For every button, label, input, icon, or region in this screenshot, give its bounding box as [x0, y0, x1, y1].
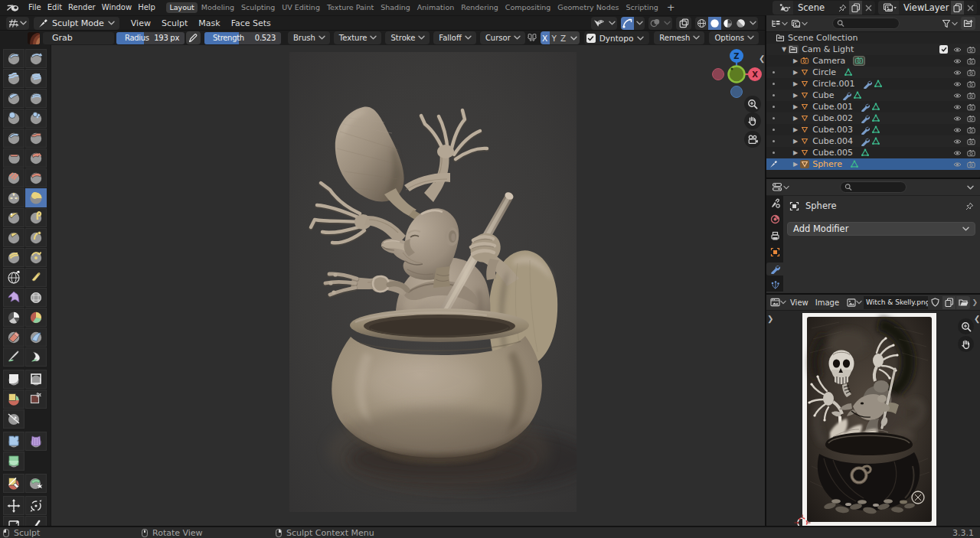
sidebar-collapse-arrow[interactable]: ❮: [759, 54, 765, 63]
camera-render-icon[interactable]: [967, 46, 975, 54]
camera-render-icon[interactable]: [967, 92, 975, 99]
outliner-row-cube-001[interactable]: ▶ Cube.001: [766, 101, 980, 112]
tool-transform[interactable]: [3, 516, 24, 526]
close-scene-icon[interactable]: [862, 1, 875, 15]
tool-color-filter[interactable]: [3, 452, 24, 471]
image-menu-image[interactable]: Image: [812, 298, 842, 307]
properties-tab-modifiers[interactable]: [766, 262, 783, 276]
expand-arrow-icon[interactable]: ▶: [793, 138, 798, 145]
tab-shading[interactable]: Shading: [377, 2, 413, 13]
zoom-icon[interactable]: [958, 318, 974, 334]
camera-view-icon[interactable]: [744, 131, 761, 148]
tool-multi-plane-scrape[interactable]: [3, 168, 24, 187]
strength-slider[interactable]: Strength 0.523: [204, 32, 281, 44]
tool-paint[interactable]: [3, 347, 24, 367]
tool-mask[interactable]: [3, 308, 24, 327]
camera-render-icon[interactable]: [967, 115, 975, 122]
tab-uv-editing[interactable]: UV Editing: [279, 2, 323, 13]
tool-box-face-set[interactable]: [3, 390, 24, 409]
tool-thumb[interactable]: [3, 228, 24, 247]
outliner-search-input[interactable]: [832, 18, 900, 29]
expand-arrow-icon[interactable]: ▶: [793, 69, 798, 76]
tab-geometry-nodes[interactable]: Geometry Nodes: [554, 2, 622, 13]
properties-tab-tool[interactable]: [766, 197, 783, 210]
image-editor-type-button[interactable]: [770, 298, 786, 307]
collapse-arrow-icon[interactable]: ▼: [782, 46, 786, 53]
hand-icon[interactable]: [958, 336, 974, 352]
fake-user-shield-icon[interactable]: [929, 296, 942, 309]
expand-arrow-icon[interactable]: ▶: [793, 92, 798, 99]
camera-render-icon[interactable]: [967, 138, 975, 145]
tool-simplify[interactable]: [25, 288, 47, 307]
menu-edit[interactable]: Edit: [44, 0, 65, 15]
tool-grab[interactable]: [25, 188, 47, 207]
menu-face-sets[interactable]: Face Sets: [226, 18, 276, 28]
show-gizmo-button[interactable]: [621, 17, 645, 30]
tool-boundary[interactable]: [25, 268, 47, 287]
mode-dot[interactable]: [773, 94, 775, 96]
mode-dot[interactable]: [773, 71, 775, 73]
outliner-row-cube-002[interactable]: ▶ Cube.002: [766, 112, 980, 124]
tool-layer[interactable]: [25, 89, 47, 108]
outliner-row-cube-005[interactable]: ▶ Cube.005: [766, 147, 980, 158]
outliner-filter-button[interactable]: [942, 19, 958, 28]
tool-cloth-filter[interactable]: [25, 432, 47, 451]
eye-open-icon[interactable]: [953, 149, 962, 157]
symmetry-y-toggle[interactable]: Y: [550, 31, 559, 44]
chevron-down-icon[interactable]: [637, 35, 644, 41]
chevron-down-icon[interactable]: [568, 31, 580, 44]
image-canvas[interactable]: ❯ ❮: [766, 311, 980, 526]
tool-rotate-tool[interactable]: [25, 496, 47, 515]
tool-fill[interactable]: [25, 168, 47, 187]
scene-icon[interactable]: [773, 1, 793, 15]
camera-render-icon[interactable]: [967, 126, 975, 134]
menu-sculpt[interactable]: Sculpt: [156, 18, 193, 28]
pin-icon[interactable]: [836, 1, 849, 15]
menu-window[interactable]: Window: [99, 0, 135, 15]
tool-draw[interactable]: [3, 49, 24, 68]
image-name-field[interactable]: Witch & Skelly.png: [864, 296, 928, 309]
tool-snake-hook[interactable]: [25, 208, 47, 227]
blender-logo-icon[interactable]: [7, 3, 20, 12]
properties-tab-render[interactable]: [766, 214, 783, 227]
tool-nudge[interactable]: [3, 248, 24, 267]
tool-flatten[interactable]: [3, 148, 24, 168]
shading-wireframe-icon[interactable]: [695, 17, 708, 30]
outliner-row-collection[interactable]: ▼ Cam & Light: [766, 44, 980, 55]
camera-render-icon[interactable]: [967, 69, 975, 77]
new-collection-button[interactable]: [961, 17, 975, 30]
tab-scripting[interactable]: Scripting: [622, 2, 661, 13]
viewlayer-icon[interactable]: [878, 1, 899, 15]
expand-arrow-icon[interactable]: ▶: [793, 103, 798, 110]
show-overlays-button[interactable]: [648, 17, 672, 30]
viewport-3d[interactable]: Z X ❮: [0, 45, 765, 526]
cursor-dropdown[interactable]: Cursor: [480, 31, 525, 44]
expand-arrow-icon[interactable]: ▶: [793, 115, 798, 122]
duplicate-image-icon[interactable]: [942, 296, 956, 309]
tool-elastic-deform[interactable]: [3, 208, 24, 227]
texture-dropdown[interactable]: Texture: [334, 31, 382, 44]
properties-editor-type-button[interactable]: [772, 182, 789, 192]
hand-icon[interactable]: [744, 112, 761, 129]
tool-annotate[interactable]: [25, 516, 47, 526]
outliner-row-cube[interactable]: ▶ Cube: [766, 90, 980, 101]
tool-multires-displacement-smear[interactable]: [25, 328, 47, 347]
add-workspace-button[interactable]: +: [662, 2, 680, 14]
outliner-row-sphere[interactable]: ▶ Sphere: [766, 158, 980, 170]
expand-arrow-icon[interactable]: ▶: [793, 57, 798, 64]
navigation-gizmo[interactable]: Z X: [710, 48, 764, 100]
properties-tab-output[interactable]: [766, 230, 783, 243]
tool-rotate[interactable]: [25, 248, 47, 267]
outliner-row-cube-003[interactable]: ▶ Cube.003: [766, 124, 980, 135]
camera-render-icon[interactable]: [967, 149, 975, 157]
remesh-dropdown[interactable]: Remesh: [654, 31, 704, 44]
tool-clay[interactable]: [3, 69, 24, 88]
eye-open-icon[interactable]: [953, 115, 962, 122]
scene-name[interactable]: Scene: [793, 2, 836, 13]
tab-compositing[interactable]: Compositing: [502, 2, 554, 13]
radius-pressure-button[interactable]: [186, 31, 201, 44]
dyntopo-checkbox[interactable]: [586, 34, 596, 43]
tool-draw-face-sets[interactable]: [25, 308, 47, 327]
editor-type-button[interactable]: [6, 17, 29, 30]
properties-tab-particles[interactable]: [766, 279, 783, 292]
